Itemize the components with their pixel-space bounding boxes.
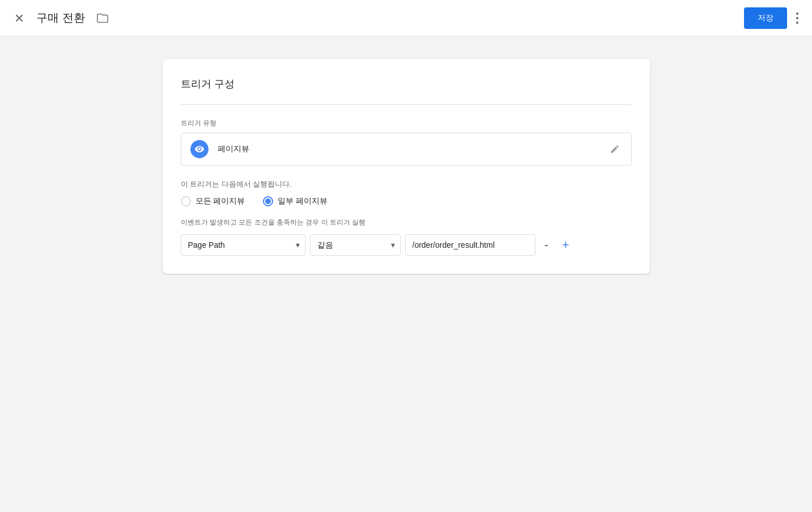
some-pages-label: 일부 페이지뷰 xyxy=(278,196,328,206)
page-path-select-wrapper: Page Path ▾ xyxy=(181,234,305,256)
equals-select[interactable]: 같음 xyxy=(310,234,401,256)
all-pages-label: 모든 페이지뷰 xyxy=(195,196,245,206)
main-content: 트리거 구성 트리거 유형 페이지뷰 이 트리거는 다음에서 실행됩니다. 모든… xyxy=(0,36,812,297)
header-left: 구매 전환 xyxy=(9,7,113,29)
remove-condition-button[interactable]: - xyxy=(540,235,553,255)
condition-label: 이벤트가 발생하고 모든 조건을 충족하는 경우 이 트리거 실행 xyxy=(181,218,632,227)
folder-button[interactable] xyxy=(92,7,113,29)
svg-point-1 xyxy=(796,17,798,19)
more-options-button[interactable] xyxy=(792,8,803,28)
radio-group: 모든 페이지뷰 일부 페이지뷰 xyxy=(181,196,632,206)
trigger-type-row[interactable]: 페이지뷰 xyxy=(181,133,632,166)
divider xyxy=(181,104,632,105)
card-title: 트리거 구성 xyxy=(181,77,632,91)
close-button[interactable] xyxy=(9,8,29,28)
some-pages-radio[interactable]: 일부 페이지뷰 xyxy=(263,196,328,206)
all-pages-radio[interactable]: 모든 페이지뷰 xyxy=(181,196,245,206)
trigger-config-card: 트리거 구성 트리거 유형 페이지뷰 이 트리거는 다음에서 실행됩니다. 모든… xyxy=(163,59,650,274)
svg-point-0 xyxy=(796,12,798,15)
page-title: 구매 전환 xyxy=(36,10,85,26)
edit-trigger-type-button[interactable] xyxy=(607,142,622,156)
trigger-type-name: 페이지뷰 xyxy=(218,144,607,154)
pageview-icon xyxy=(190,140,209,158)
some-pages-radio-circle xyxy=(263,196,273,206)
save-button[interactable]: 저장 xyxy=(744,7,787,29)
all-pages-radio-circle xyxy=(181,196,191,206)
equals-select-wrapper: 같음 ▾ xyxy=(310,234,401,256)
add-condition-button[interactable]: + xyxy=(558,235,574,255)
header: 구매 전환 저장 xyxy=(0,0,812,36)
page-path-select[interactable]: Page Path xyxy=(181,234,305,256)
svg-point-2 xyxy=(796,22,798,24)
fires-on-label: 이 트리거는 다음에서 실행됩니다. xyxy=(181,179,632,189)
condition-row: Page Path ▾ 같음 ▾ - + xyxy=(181,234,632,256)
trigger-type-label: 트리거 유형 xyxy=(181,119,632,128)
condition-value-input[interactable] xyxy=(405,234,535,256)
header-right: 저장 xyxy=(744,7,803,29)
